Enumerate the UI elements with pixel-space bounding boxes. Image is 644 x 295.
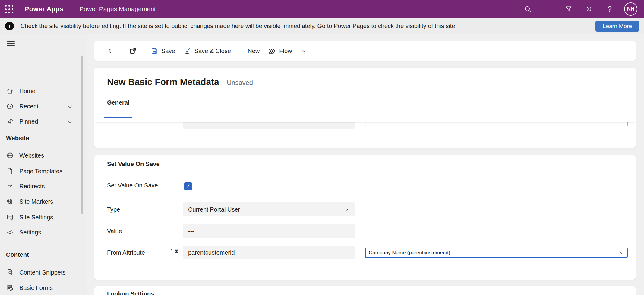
settings-icon[interactable]	[579, 0, 599, 18]
set-value-on-save-checkbox[interactable]: ✓	[184, 182, 192, 190]
sidebar-item-label: Settings	[19, 229, 41, 236]
sidebar-item-websites[interactable]: Websites	[0, 149, 80, 162]
app-header: Power Apps Power Pages Management ? NH	[0, 0, 644, 18]
avatar[interactable]: NH	[624, 2, 637, 16]
sidebar-item-label: Site Markers	[19, 198, 53, 205]
sidebar-item-label: Redirects	[19, 183, 45, 190]
entity-select-value: Company Name (parentcustomerid)	[369, 250, 450, 256]
tab-general[interactable]: General	[103, 99, 134, 106]
clipped-input-field[interactable]	[183, 122, 355, 129]
save-label: Save	[161, 48, 175, 55]
learn-more-button[interactable]: Learn More	[595, 21, 639, 32]
from-attribute-input[interactable]: parentcustomerid	[183, 246, 355, 259]
from-attribute-entity-select[interactable]: Company Name (parentcustomerid)	[365, 248, 628, 258]
globe-star-icon	[6, 198, 14, 206]
required-asterisk: *	[170, 247, 172, 254]
overflow-chevron-button[interactable]	[296, 44, 311, 58]
sidebar-item-content-snippets[interactable]: Content Snippets	[0, 266, 80, 278]
sidebar-scrollbar[interactable]	[81, 56, 83, 214]
sidebar-item-redirects[interactable]: Redirects	[0, 180, 80, 192]
record-header: New Basic Form Metadata - Unsaved Genera…	[94, 68, 636, 122]
value-input[interactable]: ---	[183, 224, 355, 238]
active-tab-indicator	[104, 117, 132, 118]
hamburger-icon[interactable]	[5, 38, 17, 49]
app-title[interactable]: Power Apps	[25, 5, 63, 13]
help-icon[interactable]: ?	[599, 0, 620, 18]
from-attribute-value: parentcustomerid	[188, 249, 235, 256]
browser-gear-icon	[6, 213, 14, 221]
sidebar-item-label: Content Snippets	[19, 269, 65, 276]
back-button[interactable]	[103, 44, 120, 58]
record-header-card: New Basic Form Metadata - Unsaved Genera…	[94, 68, 636, 148]
section-title: Lookup Settings	[107, 290, 154, 295]
record-title-row: New Basic Form Metadata - Unsaved	[107, 77, 253, 87]
value-text: ---	[188, 228, 194, 235]
sidebar-item-settings[interactable]: Settings	[0, 226, 80, 238]
pin-icon	[6, 118, 14, 125]
sidebar-item-label: Websites	[19, 152, 44, 159]
chevron-down-icon	[620, 251, 624, 255]
sidebar-item-pinned[interactable]: Pinned	[0, 115, 80, 127]
type-dropdown[interactable]: Current Portal User	[183, 202, 355, 216]
save-close-label: Save & Close	[194, 48, 231, 55]
sidebar-item-label: Basic Forms	[19, 284, 53, 291]
sidebar-item-label: Page Templates	[19, 168, 62, 175]
save-close-button[interactable]: Save & Close	[179, 44, 235, 58]
sidebar-item-label: Site Settings	[19, 214, 53, 221]
avatar-initials: NH	[627, 6, 635, 12]
unsaved-badge: - Unsaved	[223, 79, 253, 87]
flow-button[interactable]: Flow	[264, 44, 296, 58]
save-close-icon	[184, 47, 191, 55]
sidebar-item-label: Pinned	[19, 118, 38, 125]
popout-icon	[129, 47, 137, 55]
new-label: New	[248, 48, 260, 55]
waffle-icon[interactable]	[0, 0, 18, 18]
sidebar-item-site-markers[interactable]: Site Markers	[0, 196, 80, 208]
scrolled-form-region	[94, 122, 636, 147]
header-actions: ? NH	[517, 0, 644, 18]
code-page-icon	[6, 268, 14, 276]
redirect-arrow-icon	[6, 182, 14, 190]
sidebar-item-home[interactable]: Home	[0, 85, 80, 97]
type-value: Current Portal User	[188, 206, 240, 213]
sidebar-item-site-settings[interactable]: Site Settings	[0, 211, 80, 223]
lock-icon	[174, 248, 179, 254]
plus-icon: +	[239, 47, 245, 55]
product-title: Power Pages Management	[79, 5, 156, 13]
clipped-select-field[interactable]	[365, 122, 628, 126]
save-button[interactable]: Save	[146, 44, 179, 58]
type-label: Type	[107, 206, 120, 213]
toolbar-divider	[122, 46, 122, 56]
save-icon	[150, 47, 158, 55]
toolbar-divider	[144, 46, 144, 56]
page-title: New Basic Form Metadata	[107, 77, 219, 87]
section-title: Set Value On Save	[107, 161, 160, 168]
home-icon	[6, 87, 14, 95]
back-icon	[107, 47, 115, 55]
sidebar-item-basic-forms[interactable]: Basic Forms	[0, 282, 80, 294]
gear-icon	[6, 228, 14, 236]
sidebar: Home Recent Pinned Website Websites Page…	[0, 34, 87, 295]
sidebar-item-page-templates[interactable]: Page Templates	[0, 165, 80, 177]
sidebar-item-label: Recent	[19, 103, 38, 110]
tab-label: General	[107, 99, 129, 106]
page-icon	[6, 167, 14, 175]
globe-icon	[6, 152, 14, 159]
command-bar: Save Save & Close + New Flow	[94, 41, 636, 61]
clock-icon	[6, 102, 14, 110]
flow-icon	[268, 47, 276, 55]
search-icon[interactable]	[517, 0, 538, 18]
add-icon[interactable]	[538, 0, 558, 18]
value-label: Value	[107, 228, 122, 235]
chevron-down-icon[interactable]	[67, 104, 73, 110]
sidebar-item-recent[interactable]: Recent	[0, 100, 80, 112]
filter-icon[interactable]	[558, 0, 579, 18]
form-pencil-icon	[6, 284, 14, 292]
waffle-grid	[5, 5, 13, 13]
banner-message: Check the site visibility before editing…	[21, 23, 457, 30]
chevron-down-icon[interactable]	[67, 119, 73, 125]
from-attribute-label: From Attribute	[107, 249, 145, 256]
popout-button[interactable]	[125, 44, 141, 58]
new-button[interactable]: + New	[235, 44, 264, 58]
info-icon: i	[5, 22, 14, 30]
